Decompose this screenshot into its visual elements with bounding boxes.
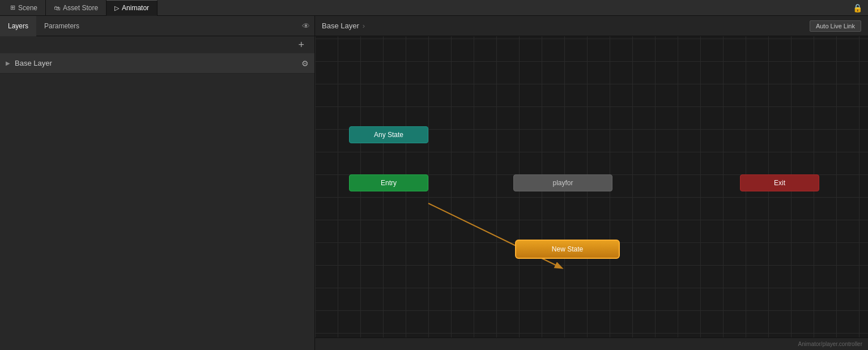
auto-live-link-button[interactable]: Auto Live Link <box>810 20 861 32</box>
eye-icon[interactable]: 👁 <box>302 22 314 31</box>
entry-node[interactable]: Entry <box>349 174 428 191</box>
gear-icon[interactable]: ⚙ <box>301 59 309 68</box>
canvas-header: Base Layer › Auto Live Link <box>315 16 868 36</box>
expand-arrow-icon: ▶ <box>6 60 10 66</box>
add-layer-row: + <box>0 36 314 53</box>
sidebar-tab-bar: Layers Parameters 👁 <box>0 16 314 36</box>
window-lock-icon[interactable]: 🔒 <box>853 3 868 12</box>
tab-asset-store[interactable]: 🛍 Asset Store <box>46 0 107 16</box>
animator-canvas[interactable]: Base Layer › Auto Live Link Any State En… <box>315 16 868 350</box>
sidebar-tab-layers[interactable]: Layers <box>0 16 36 36</box>
top-tab-bar: ⊞ Scene 🛍 Asset Store ▷ Animator 🔒 <box>0 0 868 16</box>
add-layer-button[interactable]: + <box>292 39 310 51</box>
asset-store-icon: 🛍 <box>54 5 60 11</box>
breadcrumb-arrow: › <box>363 22 365 30</box>
status-text: Animator/player.controller <box>798 341 862 347</box>
playfor-node[interactable]: playfor <box>513 174 612 191</box>
scene-icon: ⊞ <box>10 4 15 11</box>
status-bar: Animator/player.controller <box>315 338 868 350</box>
tab-animator[interactable]: ▷ Animator <box>107 0 158 16</box>
breadcrumb: Base Layer › <box>322 22 365 30</box>
layer-name: Base Layer <box>15 59 301 67</box>
exit-node[interactable]: Exit <box>740 174 819 191</box>
sidebar: Layers Parameters 👁 + ▶ Base Layer ⚙ <box>0 16 315 350</box>
animator-icon: ▷ <box>114 5 119 12</box>
base-layer-item[interactable]: ▶ Base Layer ⚙ <box>0 53 314 74</box>
tab-scene[interactable]: ⊞ Scene <box>2 0 46 16</box>
any-state-node[interactable]: Any State <box>349 126 428 143</box>
main-layout: Layers Parameters 👁 + ▶ Base Layer ⚙ Bas… <box>0 16 868 350</box>
sidebar-tab-parameters[interactable]: Parameters <box>36 16 87 36</box>
new-state-node[interactable]: New State <box>515 240 620 259</box>
